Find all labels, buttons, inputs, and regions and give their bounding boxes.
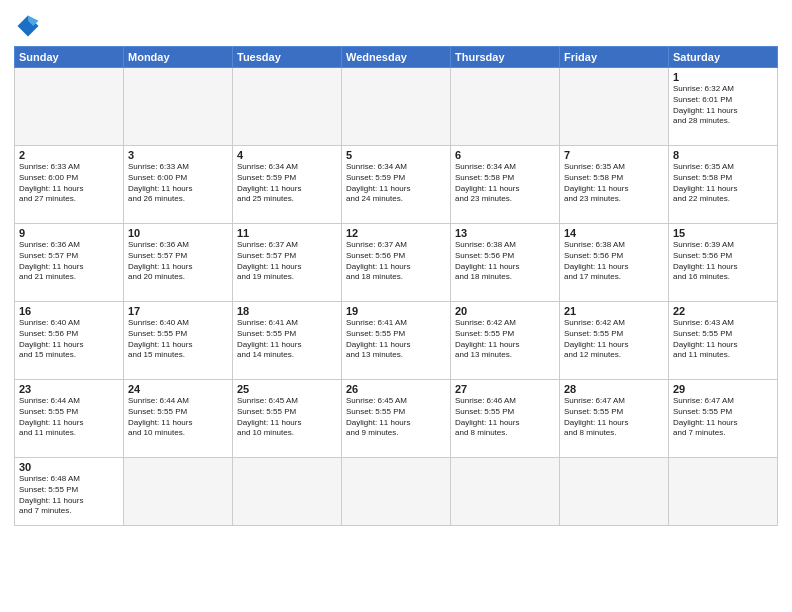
- calendar-cell: [560, 458, 669, 526]
- calendar-cell: 14Sunrise: 6:38 AM Sunset: 5:56 PM Dayli…: [560, 224, 669, 302]
- cell-sun-info: Sunrise: 6:33 AM Sunset: 6:00 PM Dayligh…: [128, 162, 228, 205]
- calendar-cell: [451, 458, 560, 526]
- cell-sun-info: Sunrise: 6:32 AM Sunset: 6:01 PM Dayligh…: [673, 84, 773, 127]
- day-number: 23: [19, 383, 119, 395]
- day-number: 5: [346, 149, 446, 161]
- cell-sun-info: Sunrise: 6:36 AM Sunset: 5:57 PM Dayligh…: [128, 240, 228, 283]
- cell-sun-info: Sunrise: 6:44 AM Sunset: 5:55 PM Dayligh…: [128, 396, 228, 439]
- calendar-cell: 7Sunrise: 6:35 AM Sunset: 5:58 PM Daylig…: [560, 146, 669, 224]
- day-number: 11: [237, 227, 337, 239]
- calendar-cell: 17Sunrise: 6:40 AM Sunset: 5:55 PM Dayli…: [124, 302, 233, 380]
- week-row-4: 23Sunrise: 6:44 AM Sunset: 5:55 PM Dayli…: [15, 380, 778, 458]
- day-number: 16: [19, 305, 119, 317]
- cell-sun-info: Sunrise: 6:41 AM Sunset: 5:55 PM Dayligh…: [237, 318, 337, 361]
- day-number: 18: [237, 305, 337, 317]
- day-number: 21: [564, 305, 664, 317]
- calendar-cell: 11Sunrise: 6:37 AM Sunset: 5:57 PM Dayli…: [233, 224, 342, 302]
- week-row-1: 2Sunrise: 6:33 AM Sunset: 6:00 PM Daylig…: [15, 146, 778, 224]
- calendar-cell: 23Sunrise: 6:44 AM Sunset: 5:55 PM Dayli…: [15, 380, 124, 458]
- day-number: 22: [673, 305, 773, 317]
- calendar-cell: 12Sunrise: 6:37 AM Sunset: 5:56 PM Dayli…: [342, 224, 451, 302]
- day-number: 20: [455, 305, 555, 317]
- day-number: 14: [564, 227, 664, 239]
- cell-sun-info: Sunrise: 6:47 AM Sunset: 5:55 PM Dayligh…: [564, 396, 664, 439]
- day-number: 9: [19, 227, 119, 239]
- calendar-cell: 15Sunrise: 6:39 AM Sunset: 5:56 PM Dayli…: [669, 224, 778, 302]
- cell-sun-info: Sunrise: 6:37 AM Sunset: 5:57 PM Dayligh…: [237, 240, 337, 283]
- calendar-cell: 8Sunrise: 6:35 AM Sunset: 5:58 PM Daylig…: [669, 146, 778, 224]
- calendar-cell: 26Sunrise: 6:45 AM Sunset: 5:55 PM Dayli…: [342, 380, 451, 458]
- cell-sun-info: Sunrise: 6:47 AM Sunset: 5:55 PM Dayligh…: [673, 396, 773, 439]
- calendar-cell: 3Sunrise: 6:33 AM Sunset: 6:00 PM Daylig…: [124, 146, 233, 224]
- day-header-thursday: Thursday: [451, 47, 560, 68]
- day-number: 2: [19, 149, 119, 161]
- day-number: 28: [564, 383, 664, 395]
- calendar-cell: 1Sunrise: 6:32 AM Sunset: 6:01 PM Daylig…: [669, 68, 778, 146]
- day-number: 7: [564, 149, 664, 161]
- day-number: 15: [673, 227, 773, 239]
- cell-sun-info: Sunrise: 6:42 AM Sunset: 5:55 PM Dayligh…: [455, 318, 555, 361]
- calendar-cell: 30Sunrise: 6:48 AM Sunset: 5:55 PM Dayli…: [15, 458, 124, 526]
- page: SundayMondayTuesdayWednesdayThursdayFrid…: [0, 0, 792, 612]
- calendar-cell: 13Sunrise: 6:38 AM Sunset: 5:56 PM Dayli…: [451, 224, 560, 302]
- cell-sun-info: Sunrise: 6:34 AM Sunset: 5:59 PM Dayligh…: [237, 162, 337, 205]
- day-number: 12: [346, 227, 446, 239]
- header: [14, 12, 778, 40]
- day-header-wednesday: Wednesday: [342, 47, 451, 68]
- calendar-cell: 29Sunrise: 6:47 AM Sunset: 5:55 PM Dayli…: [669, 380, 778, 458]
- logo-icon: [14, 12, 42, 40]
- calendar-cell: 27Sunrise: 6:46 AM Sunset: 5:55 PM Dayli…: [451, 380, 560, 458]
- calendar-cell: 16Sunrise: 6:40 AM Sunset: 5:56 PM Dayli…: [15, 302, 124, 380]
- cell-sun-info: Sunrise: 6:48 AM Sunset: 5:55 PM Dayligh…: [19, 474, 119, 517]
- cell-sun-info: Sunrise: 6:40 AM Sunset: 5:55 PM Dayligh…: [128, 318, 228, 361]
- cell-sun-info: Sunrise: 6:41 AM Sunset: 5:55 PM Dayligh…: [346, 318, 446, 361]
- calendar-cell: 25Sunrise: 6:45 AM Sunset: 5:55 PM Dayli…: [233, 380, 342, 458]
- day-number: 25: [237, 383, 337, 395]
- day-number: 19: [346, 305, 446, 317]
- cell-sun-info: Sunrise: 6:35 AM Sunset: 5:58 PM Dayligh…: [673, 162, 773, 205]
- calendar-cell: 18Sunrise: 6:41 AM Sunset: 5:55 PM Dayli…: [233, 302, 342, 380]
- day-number: 6: [455, 149, 555, 161]
- cell-sun-info: Sunrise: 6:39 AM Sunset: 5:56 PM Dayligh…: [673, 240, 773, 283]
- day-header-saturday: Saturday: [669, 47, 778, 68]
- calendar-cell: [669, 458, 778, 526]
- calendar-cell: 21Sunrise: 6:42 AM Sunset: 5:55 PM Dayli…: [560, 302, 669, 380]
- calendar-cell: 5Sunrise: 6:34 AM Sunset: 5:59 PM Daylig…: [342, 146, 451, 224]
- calendar-cell: [15, 68, 124, 146]
- calendar-table: SundayMondayTuesdayWednesdayThursdayFrid…: [14, 46, 778, 526]
- cell-sun-info: Sunrise: 6:45 AM Sunset: 5:55 PM Dayligh…: [237, 396, 337, 439]
- calendar-header-row: SundayMondayTuesdayWednesdayThursdayFrid…: [15, 47, 778, 68]
- cell-sun-info: Sunrise: 6:36 AM Sunset: 5:57 PM Dayligh…: [19, 240, 119, 283]
- cell-sun-info: Sunrise: 6:42 AM Sunset: 5:55 PM Dayligh…: [564, 318, 664, 361]
- day-number: 17: [128, 305, 228, 317]
- calendar-cell: 2Sunrise: 6:33 AM Sunset: 6:00 PM Daylig…: [15, 146, 124, 224]
- calendar-cell: 6Sunrise: 6:34 AM Sunset: 5:58 PM Daylig…: [451, 146, 560, 224]
- cell-sun-info: Sunrise: 6:38 AM Sunset: 5:56 PM Dayligh…: [455, 240, 555, 283]
- calendar-cell: 9Sunrise: 6:36 AM Sunset: 5:57 PM Daylig…: [15, 224, 124, 302]
- week-row-3: 16Sunrise: 6:40 AM Sunset: 5:56 PM Dayli…: [15, 302, 778, 380]
- cell-sun-info: Sunrise: 6:34 AM Sunset: 5:59 PM Dayligh…: [346, 162, 446, 205]
- day-number: 4: [237, 149, 337, 161]
- cell-sun-info: Sunrise: 6:43 AM Sunset: 5:55 PM Dayligh…: [673, 318, 773, 361]
- cell-sun-info: Sunrise: 6:38 AM Sunset: 5:56 PM Dayligh…: [564, 240, 664, 283]
- day-header-friday: Friday: [560, 47, 669, 68]
- calendar-cell: 20Sunrise: 6:42 AM Sunset: 5:55 PM Dayli…: [451, 302, 560, 380]
- calendar-cell: 19Sunrise: 6:41 AM Sunset: 5:55 PM Dayli…: [342, 302, 451, 380]
- week-row-2: 9Sunrise: 6:36 AM Sunset: 5:57 PM Daylig…: [15, 224, 778, 302]
- cell-sun-info: Sunrise: 6:44 AM Sunset: 5:55 PM Dayligh…: [19, 396, 119, 439]
- day-number: 29: [673, 383, 773, 395]
- week-row-0: 1Sunrise: 6:32 AM Sunset: 6:01 PM Daylig…: [15, 68, 778, 146]
- cell-sun-info: Sunrise: 6:45 AM Sunset: 5:55 PM Dayligh…: [346, 396, 446, 439]
- calendar-cell: [124, 458, 233, 526]
- day-number: 24: [128, 383, 228, 395]
- day-number: 3: [128, 149, 228, 161]
- day-header-monday: Monday: [124, 47, 233, 68]
- calendar-cell: [342, 68, 451, 146]
- day-number: 13: [455, 227, 555, 239]
- cell-sun-info: Sunrise: 6:35 AM Sunset: 5:58 PM Dayligh…: [564, 162, 664, 205]
- day-number: 10: [128, 227, 228, 239]
- day-number: 26: [346, 383, 446, 395]
- calendar-cell: 28Sunrise: 6:47 AM Sunset: 5:55 PM Dayli…: [560, 380, 669, 458]
- day-number: 1: [673, 71, 773, 83]
- week-row-5: 30Sunrise: 6:48 AM Sunset: 5:55 PM Dayli…: [15, 458, 778, 526]
